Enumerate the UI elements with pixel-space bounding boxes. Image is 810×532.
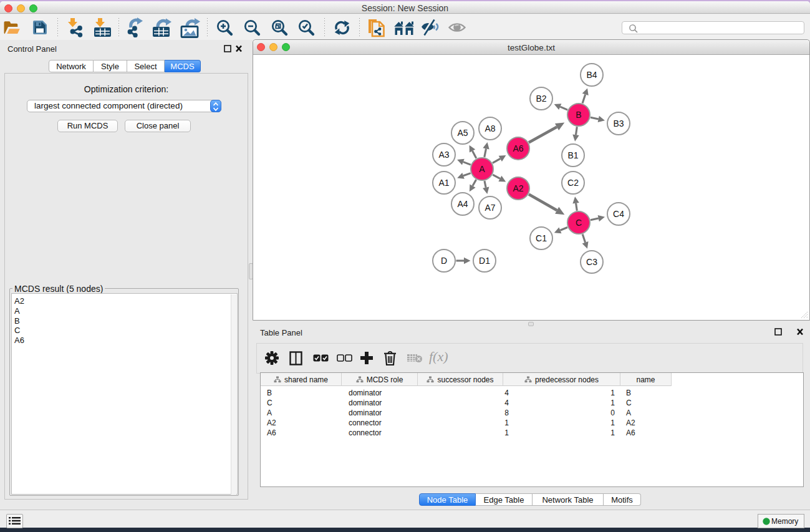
svg-text:A: A bbox=[479, 164, 485, 174]
svg-text:D1: D1 bbox=[479, 256, 490, 266]
svg-text:C4: C4 bbox=[613, 209, 624, 219]
svg-text:A3: A3 bbox=[438, 150, 449, 160]
svg-text:A2: A2 bbox=[513, 183, 523, 193]
svg-text:A5: A5 bbox=[457, 128, 468, 138]
svg-text:B4: B4 bbox=[586, 70, 597, 80]
svg-text:A8: A8 bbox=[485, 123, 495, 133]
svg-text:B1: B1 bbox=[567, 150, 578, 160]
svg-text:A7: A7 bbox=[485, 203, 495, 213]
svg-text:D: D bbox=[441, 256, 447, 266]
svg-text:C2: C2 bbox=[567, 178, 579, 188]
svg-text:B: B bbox=[576, 110, 581, 120]
svg-text:A4: A4 bbox=[457, 199, 468, 209]
svg-text:A1: A1 bbox=[438, 178, 449, 188]
svg-text:C1: C1 bbox=[536, 233, 547, 243]
svg-text:B3: B3 bbox=[613, 118, 624, 128]
svg-text:B2: B2 bbox=[536, 94, 546, 104]
svg-text:C3: C3 bbox=[586, 257, 597, 267]
svg-text:C: C bbox=[576, 218, 582, 228]
svg-text:A6: A6 bbox=[513, 143, 523, 153]
